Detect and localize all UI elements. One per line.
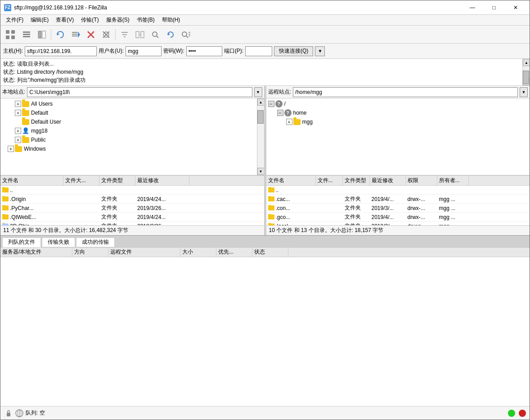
- tree-expand-all-users[interactable]: +: [15, 101, 21, 107]
- process-queue-button[interactable]: [68, 27, 83, 42]
- menu-transfer[interactable]: 传输(T): [77, 15, 102, 25]
- tree-item-public[interactable]: + Public: [0, 135, 257, 144]
- search-button[interactable]: [148, 27, 162, 42]
- transfer-col-priority[interactable]: 优先...: [216, 247, 252, 257]
- site-manager-button[interactable]: [2, 27, 18, 42]
- tree-expand-home[interactable]: −: [277, 110, 283, 116]
- queue-tab-success[interactable]: 成功的传输: [76, 237, 115, 247]
- menu-file[interactable]: 文件(F): [2, 15, 27, 25]
- file-name-qtwebengine: .QtWebE...: [0, 214, 63, 220]
- tree-expand-windows[interactable]: +: [8, 146, 14, 152]
- table-row[interactable]: ..: [0, 186, 264, 195]
- host-input[interactable]: [25, 46, 97, 56]
- remote-col-perm[interactable]: 权限: [406, 176, 437, 185]
- menu-edit[interactable]: 编辑(E): [27, 15, 52, 25]
- remote-col-size[interactable]: 文件...: [316, 176, 343, 185]
- tree-item-default[interactable]: + Default: [0, 108, 257, 117]
- transfer-col-size[interactable]: 大小: [180, 247, 216, 257]
- menu-view[interactable]: 查看(V): [52, 15, 77, 25]
- remote-file-config: .con...: [266, 205, 316, 211]
- username-input[interactable]: [126, 46, 162, 56]
- svg-line-29: [186, 36, 188, 38]
- table-row[interactable]: .PyChar... 文件夹 2019/3/26...: [0, 204, 264, 213]
- remote-path-dropdown[interactable]: ▼: [520, 87, 528, 97]
- menu-bookmark[interactable]: 书签(B): [133, 15, 158, 25]
- tree-expand-root[interactable]: −: [268, 101, 274, 107]
- table-row[interactable]: .Origin 文件夹 2019/4/24...: [0, 195, 264, 204]
- table-row[interactable]: .gco... 文件夹 2019/4/... drwx-... mgg ...: [266, 213, 530, 222]
- local-tree-scrollbar[interactable]: ▲ ▼: [257, 98, 264, 175]
- remote-col-filename[interactable]: 文件名: [266, 176, 316, 185]
- minimize-button[interactable]: —: [462, 0, 483, 15]
- remote-col-owner[interactable]: 所有者...: [437, 176, 469, 185]
- queue-bar: 列队的文件 传输失败 成功的传输: [0, 235, 530, 247]
- local-col-date[interactable]: 最近修改: [135, 176, 189, 185]
- remote-path-input[interactable]: [293, 87, 518, 97]
- table-row[interactable]: 3D Obje... 文件夹 2019/3/26...: [0, 222, 264, 225]
- file-name-origin: .Origin: [0, 196, 63, 202]
- reconnect-button[interactable]: [53, 27, 67, 42]
- close-button[interactable]: ✕: [505, 0, 526, 15]
- local-path-dropdown[interactable]: ▼: [254, 87, 262, 97]
- local-col-type[interactable]: 文件类型: [99, 176, 135, 185]
- find-files-button[interactable]: [179, 27, 193, 42]
- refresh-button[interactable]: [163, 27, 178, 42]
- table-row[interactable]: .cac... 文件夹 2019/4/... drwx-... mgg ...: [266, 195, 530, 204]
- status-scrollbar[interactable]: ▲ ▼: [522, 59, 530, 85]
- tree-item-all-users[interactable]: + All Users: [0, 99, 257, 108]
- local-col-filename[interactable]: 文件名: [0, 176, 63, 185]
- quickconnect-button[interactable]: 快速连接(Q): [274, 46, 313, 56]
- tree-expand-default[interactable]: +: [15, 110, 21, 116]
- tree-label-root: /: [284, 101, 286, 107]
- tree-item-root[interactable]: − ? /: [266, 99, 530, 108]
- local-file-list-header: 文件名 文件大... 文件类型 最近修改: [0, 176, 264, 186]
- transfer-queue-body[interactable]: [0, 257, 530, 407]
- table-row[interactable]: ..: [266, 186, 530, 195]
- filter-button[interactable]: [117, 27, 132, 42]
- quickconnect-dropdown[interactable]: ▼: [315, 46, 325, 56]
- local-tree-scroll-up[interactable]: ▲: [257, 98, 264, 106]
- remote-col-date[interactable]: 最近修改: [370, 176, 406, 185]
- folder-icon-qtwebengine: [2, 214, 9, 219]
- tree-expand-mgg-remote[interactable]: +: [286, 119, 292, 125]
- tree-item-mgg-remote[interactable]: + mgg: [266, 117, 530, 126]
- toggle-message-log-button[interactable]: [19, 27, 34, 42]
- tree-expand-public[interactable]: +: [15, 137, 21, 143]
- transfer-col-remote[interactable]: 远程文件: [108, 247, 180, 257]
- table-row[interactable]: .QtWebE... 文件夹 2019/4/24...: [0, 213, 264, 222]
- queue-tab-queued[interactable]: 列队的文件: [2, 237, 41, 247]
- table-row[interactable]: .con... 文件夹 2019/3/... drwx-... mgg ...: [266, 204, 530, 213]
- remote-col-type[interactable]: 文件类型: [343, 176, 370, 185]
- password-input[interactable]: [186, 46, 222, 56]
- tree-item-windows[interactable]: + Windows: [0, 144, 257, 153]
- port-input[interactable]: [245, 46, 272, 56]
- tree-item-mgg18[interactable]: + 👤 mgg18: [0, 126, 257, 135]
- local-path-input[interactable]: [27, 87, 252, 97]
- menu-help[interactable]: 帮助(H): [158, 15, 184, 25]
- menu-server[interactable]: 服务器(S): [103, 15, 133, 25]
- tree-item-default-user[interactable]: Default User: [0, 117, 257, 126]
- transfer-col-status[interactable]: 状态: [252, 247, 288, 257]
- svg-rect-5: [23, 34, 30, 35]
- folder-icon-3dobjects: [2, 223, 9, 225]
- table-row[interactable]: .local 文件夹 2019/3/... drwxr... mgg ...: [266, 222, 530, 225]
- directory-comparison-button[interactable]: [133, 27, 147, 42]
- status-scroll-up[interactable]: ▲: [523, 59, 530, 66]
- maximize-button[interactable]: □: [484, 0, 504, 15]
- tree-expand-mgg18[interactable]: +: [15, 128, 21, 134]
- remote-file-list-body[interactable]: .. .cac... 文件夹: [266, 186, 530, 225]
- cancel-button[interactable]: [84, 27, 98, 42]
- local-tree-scroll-down[interactable]: ▼: [257, 168, 264, 175]
- disconnect-button[interactable]: [99, 27, 113, 42]
- toggle-local-tree-button[interactable]: [35, 27, 49, 42]
- svg-marker-27: [168, 33, 170, 36]
- local-file-list-body[interactable]: .. .Origin 文件夹 2019/4/24...: [0, 186, 264, 225]
- status-scroll-thumb[interactable]: [523, 71, 529, 84]
- local-tree-scroll-thumb[interactable]: [257, 110, 264, 124]
- transfer-col-direction[interactable]: 方向: [72, 247, 108, 257]
- queue-tab-failed[interactable]: 传输失败: [42, 237, 75, 247]
- local-col-size[interactable]: 文件大...: [63, 176, 99, 185]
- tree-item-home[interactable]: − ? home: [266, 108, 530, 117]
- transfer-col-server[interactable]: 服务器/本地文件: [0, 247, 72, 257]
- local-path-label: 本地站点:: [2, 88, 25, 96]
